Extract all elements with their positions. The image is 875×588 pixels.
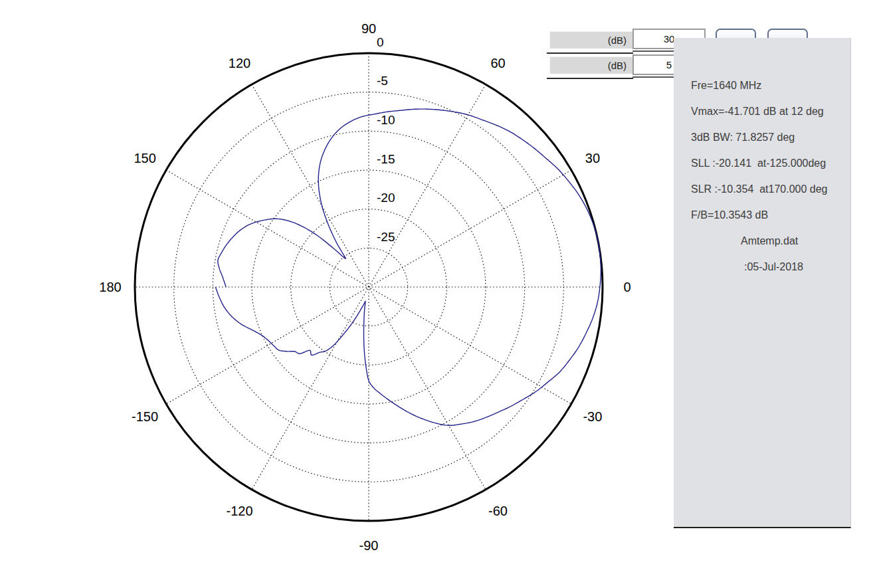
range-db-label: (dB) <box>549 31 632 49</box>
angle-tick-label: -150 <box>132 409 158 424</box>
underline <box>547 78 633 79</box>
underline <box>547 52 633 54</box>
db-tick-label: -5 <box>377 74 388 88</box>
angle-tick-label: 120 <box>229 56 250 70</box>
info-line-slr: SLR :-10.354 at170.000 deg <box>691 183 828 195</box>
info-line-3db-bw: 3dB BW: 71.8257 deg <box>691 132 795 144</box>
info-line-vmax: Vmax=-41.701 dB at 12 deg <box>691 106 824 118</box>
figure-window: 0306090120150180-150-120-90-60-300-5-10-… <box>0 0 875 588</box>
angle-tick-label: 90 <box>361 21 376 36</box>
pattern-curve <box>215 109 601 425</box>
info-line-sll: SLL :-20.141 at-125.000deg <box>691 157 826 169</box>
db-tick-label: -15 <box>377 152 395 166</box>
info-line-date: :05-Jul-2018 <box>744 261 803 273</box>
info-line-frequency: Fre=1640 MHz <box>691 80 761 92</box>
db-tick-label: -20 <box>377 191 395 205</box>
info-line-fb-ratio: F/B=10.3543 dB <box>691 209 768 221</box>
db-tick-label: -10 <box>377 113 395 127</box>
angle-tick-label: -120 <box>226 504 252 518</box>
angle-tick-label: -90 <box>359 538 379 553</box>
angle-tick-label: 150 <box>134 151 155 165</box>
polar-plot: 0306090120150180-150-120-90-60-300-5-10-… <box>0 0 638 578</box>
step-db-label: (dB) <box>549 56 632 74</box>
info-line-filename: Amtemp.dat <box>741 235 798 247</box>
angle-tick-label: -60 <box>488 504 508 518</box>
angle-tick-label: 30 <box>585 151 600 165</box>
angle-tick-label: -30 <box>583 409 602 424</box>
angle-tick-label: 0 <box>623 280 631 294</box>
angle-tick-label: 60 <box>490 56 505 70</box>
db-tick-label: -25 <box>377 230 395 244</box>
angle-tick-label: 180 <box>99 280 121 294</box>
info-panel: Fre=1640 MHz Vmax=-41.701 dB at 12 deg 3… <box>674 38 851 528</box>
db-tick-label: 0 <box>377 35 384 49</box>
